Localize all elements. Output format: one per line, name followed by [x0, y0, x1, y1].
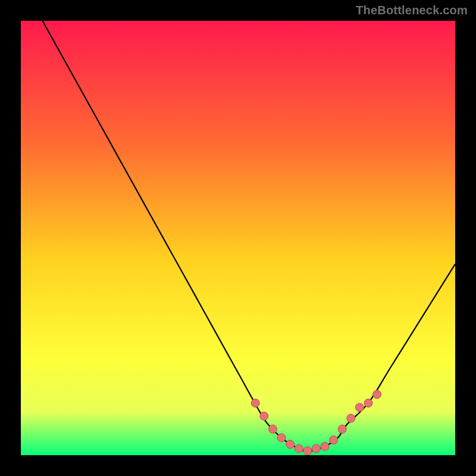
data-marker — [260, 412, 268, 420]
data-marker — [364, 399, 372, 407]
attribution-text: TheBottleneck.com — [356, 4, 468, 17]
data-marker — [312, 444, 320, 453]
data-marker — [277, 434, 286, 442]
chart-stage: TheBottleneck.com — [0, 0, 476, 476]
data-marker — [355, 403, 364, 412]
data-marker — [321, 442, 329, 450]
data-marker — [338, 425, 346, 433]
data-marker — [303, 447, 312, 455]
data-marker — [373, 390, 381, 399]
plot-area — [21, 21, 455, 455]
data-marker — [251, 399, 259, 407]
data-marker — [295, 444, 303, 453]
data-marker — [286, 440, 295, 449]
data-marker — [268, 425, 277, 433]
data-marker — [330, 436, 338, 444]
bottleneck-curve — [21, 21, 455, 455]
data-marker — [347, 414, 355, 422]
